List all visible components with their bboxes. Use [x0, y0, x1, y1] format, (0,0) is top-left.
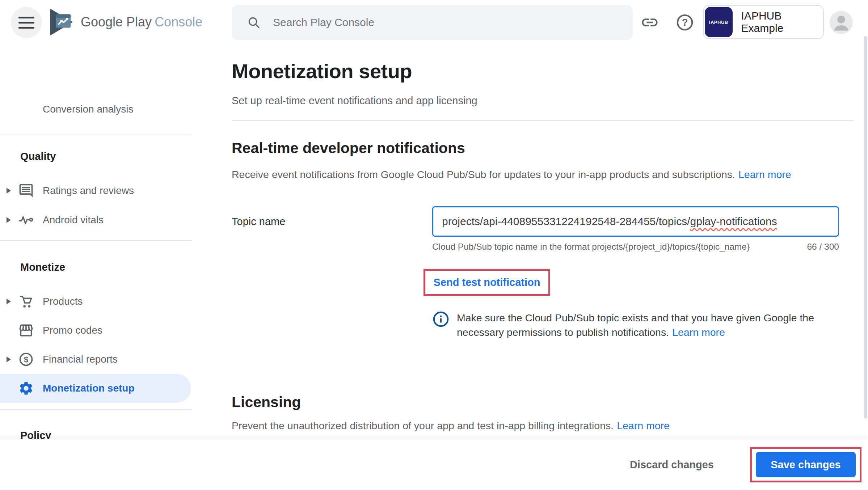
char-counter: 66 / 300 — [807, 242, 839, 252]
app-switcher-chip[interactable]: IAPHUB IAPHUB Example — [703, 5, 824, 39]
logo-text: Google PlayConsole — [81, 14, 202, 30]
rtdn-description: Receive event notifications from Google … — [232, 169, 791, 181]
sidebar: Conversion analysis Quality Ratings and … — [0, 45, 192, 439]
annotation-box-send-test: Send test notification — [424, 269, 550, 296]
sidebar-item-conversion-analysis[interactable]: Conversion analysis — [0, 95, 192, 124]
licensing-learn-more-link[interactable]: Learn more — [617, 420, 670, 431]
vitals-icon — [18, 212, 34, 228]
sidebar-divider — [0, 135, 192, 135]
save-bar: Discard changes Save changes — [0, 439, 868, 490]
search-input[interactable] — [273, 16, 599, 29]
topic-name-label: Topic name — [232, 216, 285, 228]
sidebar-item-financial-reports[interactable]: $ Financial reports — [0, 345, 192, 374]
menu-icon[interactable] — [11, 7, 42, 38]
send-test-notification-button[interactable]: Send test notification — [434, 276, 540, 288]
svg-text:$: $ — [24, 355, 28, 364]
sidebar-item-ratings-and-reviews[interactable]: Ratings and reviews — [0, 176, 192, 205]
section-divider — [232, 120, 854, 121]
discard-changes-button[interactable]: Discard changes — [630, 459, 714, 471]
reviews-icon — [18, 183, 34, 199]
expand-arrow-icon[interactable] — [7, 299, 11, 304]
save-changes-button[interactable]: Save changes — [756, 452, 856, 477]
person-icon — [830, 11, 853, 34]
play-triangle-icon — [47, 7, 76, 37]
sidebar-section-monetize: Monetize — [20, 253, 187, 282]
sidebar-divider — [0, 240, 192, 241]
info-note-text: Make sure the Cloud Pub/Sub topic exists… — [457, 311, 824, 339]
rtdn-heading: Real-time developer notifications — [232, 140, 465, 157]
play-console-logo[interactable]: Google PlayConsole — [47, 7, 202, 37]
topic-helper-row: Cloud Pub/Sub topic name in the format p… — [432, 242, 839, 252]
licensing-heading: Licensing — [232, 394, 301, 411]
storefront-icon — [18, 322, 34, 338]
search-icon — [247, 16, 261, 29]
link-icon[interactable] — [640, 13, 659, 32]
app-icon: IAPHUB — [705, 7, 733, 37]
expand-arrow-icon[interactable] — [7, 217, 11, 223]
help-icon[interactable]: ? — [675, 13, 694, 32]
app-name: IAPHUB Example — [741, 10, 823, 34]
page-title: Monetization setup — [232, 59, 412, 83]
topic-name-input[interactable]: projects/api-4408955331224192548-284455/… — [432, 206, 839, 237]
search-bar — [232, 5, 633, 40]
vertical-scrollbar[interactable] — [864, 36, 867, 418]
svg-text:?: ? — [682, 17, 688, 28]
info-icon — [432, 311, 450, 328]
google-play-console-app: Google PlayConsole ? IAPHUB IAPHUB Examp… — [0, 0, 868, 490]
sidebar-item-products[interactable]: Products — [0, 287, 192, 316]
topic-helper-text: Cloud Pub/Sub topic name in the format p… — [432, 242, 750, 252]
top-bar: Google PlayConsole ? IAPHUB IAPHUB Examp… — [0, 0, 868, 45]
page-subtitle: Set up real-time event notifications and… — [232, 95, 477, 107]
cart-icon — [18, 293, 34, 309]
account-avatar[interactable] — [830, 11, 853, 34]
rtdn-learn-more-link[interactable]: Learn more — [738, 169, 791, 180]
info-learn-more-link[interactable]: Learn more — [672, 326, 725, 338]
dollar-icon: $ — [18, 351, 34, 367]
gear-icon — [18, 380, 34, 396]
annotation-box-save: Save changes — [750, 447, 861, 482]
expand-arrow-icon[interactable] — [7, 188, 11, 194]
sidebar-item-monetization-setup[interactable]: Monetization setup — [0, 374, 191, 403]
spellcheck-flagged-text: gplay-notifications — [690, 215, 777, 228]
sidebar-item-android-vitals[interactable]: Android vitals — [0, 206, 192, 235]
licensing-description: Prevent the unauthorized distribution of… — [232, 420, 670, 432]
sidebar-section-quality: Quality — [20, 142, 187, 171]
expand-arrow-icon[interactable] — [7, 356, 11, 362]
info-note: Make sure the Cloud Pub/Sub topic exists… — [432, 311, 824, 339]
sidebar-divider — [0, 409, 192, 410]
sidebar-item-promo-codes[interactable]: Promo codes — [0, 316, 192, 345]
